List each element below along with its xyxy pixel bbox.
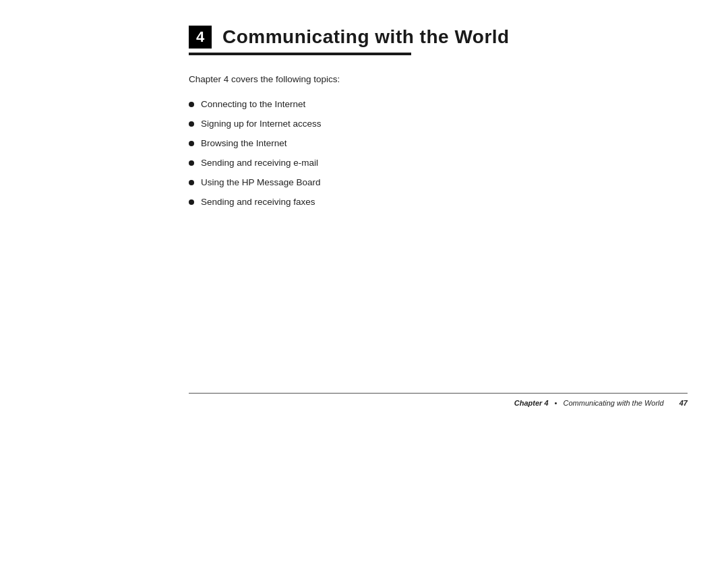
chapter-title: Communicating with the World xyxy=(222,26,510,48)
topics-list: Connecting to the InternetSigning up for… xyxy=(189,99,688,207)
title-underline xyxy=(189,53,411,55)
footer: Chapter 4 • Communicating with the World… xyxy=(189,393,688,407)
bullet-dot xyxy=(189,180,194,185)
list-item: Sending and receiving faxes xyxy=(189,197,688,207)
list-item: Connecting to the Internet xyxy=(189,99,688,109)
footer-line xyxy=(189,393,688,394)
footer-title: Communicating with the World xyxy=(564,399,664,407)
list-item-text: Connecting to the Internet xyxy=(201,99,305,109)
list-item-text: Browsing the Internet xyxy=(201,138,287,148)
intro-text: Chapter 4 covers the following topics: xyxy=(189,74,688,84)
chapter-number-box: 4 xyxy=(189,26,212,49)
bullet-dot xyxy=(189,199,194,205)
list-item: Signing up for Internet access xyxy=(189,119,688,129)
bullet-dot xyxy=(189,102,194,107)
footer-chapter-label: Chapter 4 xyxy=(514,399,549,407)
bullet-dot xyxy=(189,141,194,146)
list-item-text: Sending and receiving faxes xyxy=(201,197,315,207)
list-item: Using the HP Message Board xyxy=(189,177,688,187)
chapter-number: 4 xyxy=(196,28,204,46)
footer-page-number: 47 xyxy=(679,399,688,407)
bullet-dot xyxy=(189,121,194,127)
chapter-header: 4 Communicating with the World xyxy=(189,26,688,55)
chapter-title-row: 4 Communicating with the World xyxy=(189,26,688,49)
list-item-text: Signing up for Internet access xyxy=(201,119,322,129)
list-item: Sending and receiving e-mail xyxy=(189,158,688,168)
main-content: 4 Communicating with the World Chapter 4… xyxy=(189,0,688,562)
page: 4 Communicating with the World Chapter 4… xyxy=(0,0,728,562)
list-item-text: Using the HP Message Board xyxy=(201,177,321,187)
list-item-text: Sending and receiving e-mail xyxy=(201,158,318,168)
footer-text: Chapter 4 • Communicating with the World… xyxy=(189,399,688,407)
bullet-dot xyxy=(189,160,194,166)
footer-separator: • xyxy=(555,399,557,407)
list-item: Browsing the Internet xyxy=(189,138,688,148)
